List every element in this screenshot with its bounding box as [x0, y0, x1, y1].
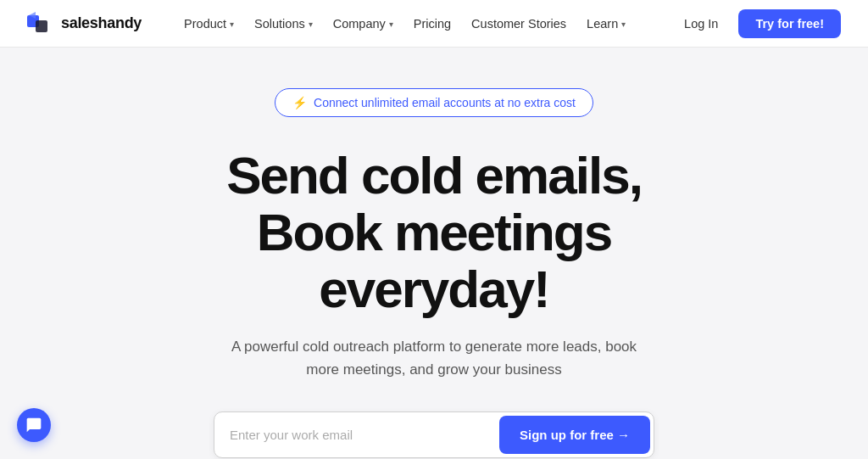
- svg-rect-1: [36, 20, 47, 32]
- learn-chevron-icon: ▾: [621, 20, 626, 29]
- solutions-chevron-icon: ▾: [309, 20, 313, 29]
- hero-banner[interactable]: ⚡ Connect unlimited email accounts at no…: [275, 88, 593, 117]
- nav-solutions[interactable]: Solutions ▾: [246, 12, 321, 36]
- nav-company[interactable]: Company ▾: [325, 12, 402, 36]
- nav-pricing[interactable]: Pricing: [405, 12, 459, 36]
- hero-section: ⚡ Connect unlimited email accounts at no…: [0, 48, 868, 459]
- logo-text: saleshandy: [61, 14, 142, 32]
- try-free-button[interactable]: Try for free!: [738, 9, 841, 38]
- logo[interactable]: saleshandy: [27, 12, 142, 36]
- nav-learn[interactable]: Learn ▾: [578, 12, 634, 36]
- company-chevron-icon: ▾: [389, 20, 393, 29]
- signup-button[interactable]: Sign up for free →: [499, 416, 650, 454]
- nav-product[interactable]: Product ▾: [175, 12, 242, 36]
- login-button[interactable]: Log In: [674, 12, 728, 36]
- nav-links: Product ▾ Solutions ▾ Company ▾ Pricing …: [175, 12, 674, 36]
- hero-headline: Send cold emails, Book meetings everyday…: [146, 148, 722, 318]
- banner-text: Connect unlimited email accounts at no e…: [314, 96, 576, 109]
- hero-subtext: A powerful cold outreach platform to gen…: [231, 335, 637, 381]
- hero-email-form: Sign up for free →: [214, 411, 654, 458]
- lightning-icon: ⚡: [292, 96, 307, 109]
- product-chevron-icon: ▾: [230, 20, 234, 29]
- nav-customer-stories[interactable]: Customer Stories: [463, 12, 575, 36]
- chat-bubble[interactable]: [17, 408, 51, 442]
- nav-actions: Log In Try for free!: [674, 9, 841, 38]
- navbar: saleshandy Product ▾ Solutions ▾ Company…: [0, 0, 868, 48]
- email-input[interactable]: [214, 412, 496, 457]
